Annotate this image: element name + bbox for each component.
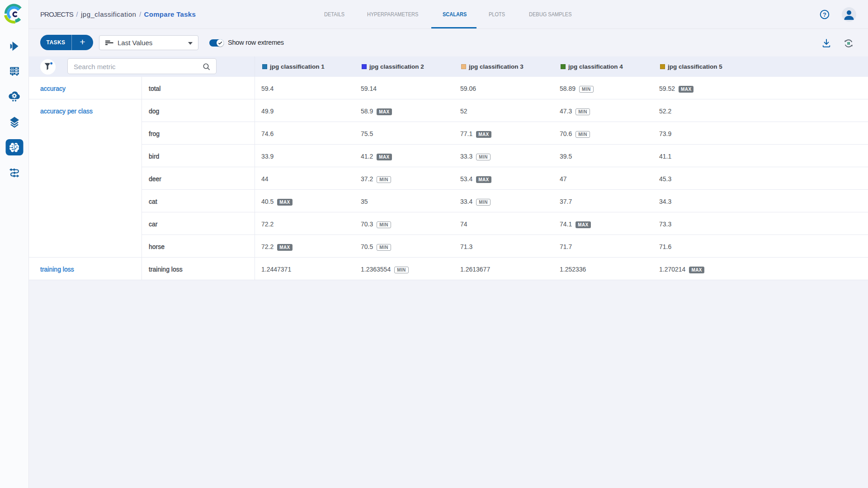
svg-text:?: ? — [823, 11, 826, 18]
